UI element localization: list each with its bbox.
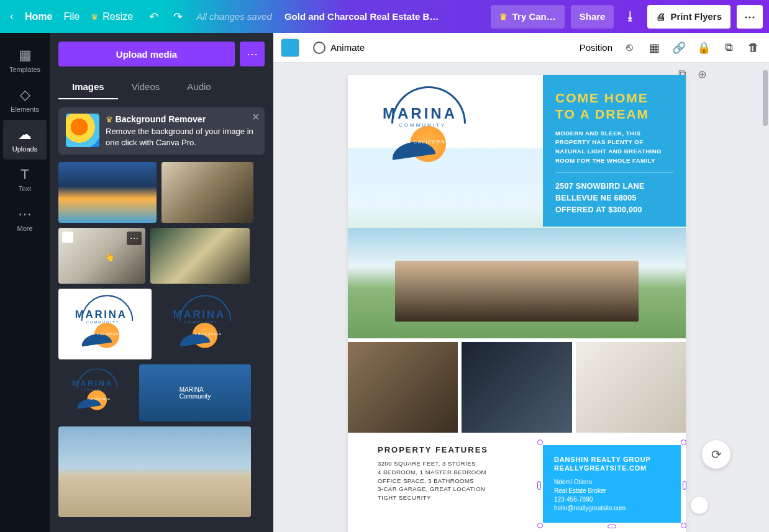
side-rail: ▦Templates ◇Elements ☁Uploads TText ⋯Mor… [0, 33, 50, 532]
close-icon[interactable]: ✕ [252, 111, 260, 123]
rail-label: More [17, 225, 32, 232]
rail-more[interactable]: ⋯More [3, 199, 47, 239]
feature-line: 3200 SQUARE FEET, 3 STORIES [378, 460, 476, 467]
lock-icon[interactable]: 🔒 [696, 41, 712, 55]
headline-2: TO A DREAM [555, 107, 649, 121]
flyer-page[interactable]: MARINA COMMUNITY CALIFORNIA COME HOMETO … [348, 75, 686, 532]
feature-line: 4 BEDROOM, 1 MASTER BEDROOM [378, 469, 486, 476]
undo-icon[interactable]: ↶ [149, 10, 158, 24]
transparency-icon[interactable]: ▦ [646, 41, 662, 55]
rail-templates[interactable]: ▦Templates [3, 40, 47, 80]
animate-label: Animate [330, 42, 365, 53]
upload-options-button[interactable]: ⋯ [240, 42, 265, 66]
resize-label: Resize [102, 11, 133, 22]
file-menu[interactable]: File [63, 11, 80, 22]
link-icon[interactable]: 🔗 [671, 41, 687, 55]
elements-icon: ◇ [20, 87, 30, 103]
print-flyers-button[interactable]: 🖨Print Flyers [647, 5, 730, 29]
rail-label: Text [19, 185, 31, 192]
position-button[interactable]: Position [580, 42, 612, 53]
tab-videos[interactable]: Videos [118, 75, 174, 99]
headline-box[interactable]: COME HOMETO A DREAM MODERN AND SLEEK, TH… [543, 75, 686, 227]
tab-audio[interactable]: Audio [173, 75, 224, 99]
upload-thumb[interactable]: MARINACOMMUNITYCALIFORNIA [58, 364, 134, 422]
rail-label: Uploads [12, 145, 37, 153]
addr-3: OFFERED AT $300,000 [555, 205, 642, 214]
logo[interactable]: MARINA COMMUNITY CALIFORNIA [366, 81, 491, 174]
flyer-thumb[interactable] [462, 342, 571, 433]
trash-icon[interactable]: 🗑 [745, 41, 762, 54]
agent-email: hello@reallygreatsite.com [554, 505, 626, 512]
bg-remover-title: Background Remover [116, 114, 206, 124]
print-icon: 🖨 [656, 11, 665, 22]
feature-line: 3-CAR GARAGE, GREAT LOCATION [378, 485, 485, 492]
text-icon: T [20, 166, 29, 183]
feature-line: TIGHT SECURITY [378, 494, 431, 501]
addr-1: 2507 SNOWBIRD LANE [555, 182, 645, 191]
media-tabs: Images Videos Audio [50, 75, 273, 100]
features-block[interactable]: PROPERTY FEATURES 3200 SQUARE FEET, 3 ST… [348, 445, 543, 523]
flyer-thumb[interactable] [348, 342, 458, 433]
rail-elements[interactable]: ◇Elements [3, 80, 47, 120]
more-icon: ⋯ [18, 206, 32, 222]
agent-role: Real Estate Broker [554, 487, 606, 494]
home-link[interactable]: Home [25, 11, 52, 22]
try-label: Try Can… [512, 11, 556, 22]
share-button[interactable]: Share [571, 5, 614, 29]
upload-media-button[interactable]: Upload media [58, 42, 235, 66]
select-checkbox[interactable] [62, 232, 73, 243]
sync-icon[interactable]: ⟳ [691, 497, 708, 514]
animate-icon [313, 42, 325, 54]
upload-thumb[interactable] [162, 162, 253, 223]
upload-thumb[interactable]: MARINACOMMUNITYCALIFORNIA [58, 289, 152, 359]
cursor-icon: 👆 [104, 251, 115, 261]
feature-line: OFFICE SPACE, 3 BATHROOMS [378, 477, 474, 484]
agent-phone: 123-456-7890 [554, 496, 593, 503]
bg-remover-text: ♛ Background RemoverRemove the backgroun… [106, 114, 257, 148]
more-menu-button[interactable]: ⋯ [737, 5, 763, 29]
rail-label: Templates [9, 66, 40, 73]
bg-remover-promo[interactable]: ♛ Background RemoverRemove the backgroun… [58, 107, 265, 155]
upload-thumb[interactable] [58, 426, 251, 517]
download-button[interactable]: ⭳ [620, 5, 641, 29]
effects-icon[interactable]: ⎋ [621, 41, 637, 54]
features-title: PROPERTY FEATURES [378, 445, 543, 454]
add-page-icon[interactable]: ⊕ [698, 68, 707, 81]
duplicate-icon[interactable]: ⧉ [721, 41, 737, 54]
crown-icon: ♛ [106, 115, 113, 124]
hero-image[interactable] [348, 228, 686, 338]
save-status: All changes saved [196, 11, 272, 22]
agent-name: Ndemi Otieno [554, 479, 592, 485]
templates-icon: ▦ [19, 47, 32, 63]
thumb-row [348, 342, 686, 433]
document-title[interactable]: Gold and Charcoal Real Estate Bu… [284, 11, 440, 22]
flyer-thumb[interactable] [576, 342, 686, 433]
addr-2: BELLEVUE NE 68005 [555, 194, 637, 202]
upload-thumb[interactable] [58, 162, 157, 223]
animate-button[interactable]: Animate [308, 38, 370, 58]
upload-thumb[interactable]: MARINACommunity [139, 364, 251, 422]
uploads-grid: ⋯ 👆 MARINACOMMUNITYCALIFORNIA MARINACOMM… [50, 162, 273, 522]
redo-icon[interactable]: ↷ [173, 10, 183, 24]
contact-box[interactable]: DANSHIN REALTY GROUPREALLYGREATSITE.COM … [543, 445, 681, 523]
upload-thumb[interactable]: ⋯ 👆 [58, 228, 145, 284]
bg-remover-desc: Remove the background of your image in o… [106, 127, 253, 147]
context-toolbar: Animate Position ⎋ ▦ 🔗 🔒 ⧉ 🗑 [273, 33, 769, 63]
headline-1: COME HOME [555, 91, 648, 105]
upload-thumb[interactable] [150, 228, 250, 284]
upload-thumb[interactable]: MARINACOMMUNITYCALIFORNIA [157, 289, 250, 359]
crown-icon: ♛ [91, 12, 99, 22]
resize-menu[interactable]: ♛Resize [91, 11, 133, 22]
tab-images[interactable]: Images [58, 75, 118, 99]
bg-remover-thumb [66, 114, 99, 147]
rail-uploads[interactable]: ☁Uploads [3, 120, 47, 160]
rail-text[interactable]: TText [3, 160, 47, 199]
regenerate-button[interactable]: ⟳ [702, 440, 730, 469]
thumb-options-icon[interactable]: ⋯ [127, 232, 142, 245]
fill-color-swatch[interactable] [281, 38, 299, 57]
back-chevron-icon[interactable]: ‹ [10, 10, 14, 23]
rail-label: Elements [11, 106, 39, 113]
try-canva-button[interactable]: ♛Try Can… [491, 5, 565, 29]
flyer-desc: MODERN AND SLEEK, THIS PROPERTY HAS PLEN… [555, 129, 673, 166]
print-label: Print Flyers [670, 11, 722, 22]
